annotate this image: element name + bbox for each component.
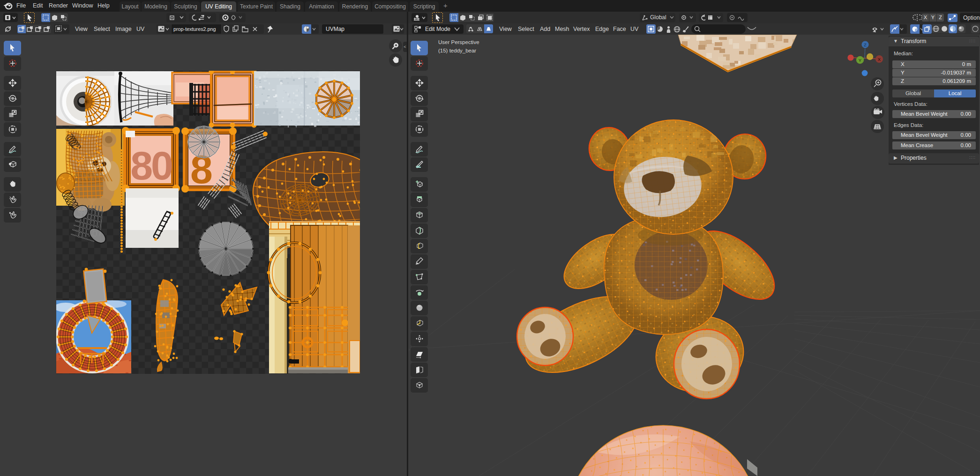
svg-text:X: X: [878, 57, 881, 62]
svg-text:80: 80: [130, 143, 172, 188]
svg-text:Y: Y: [859, 58, 862, 63]
svg-text:Z: Z: [864, 43, 867, 47]
